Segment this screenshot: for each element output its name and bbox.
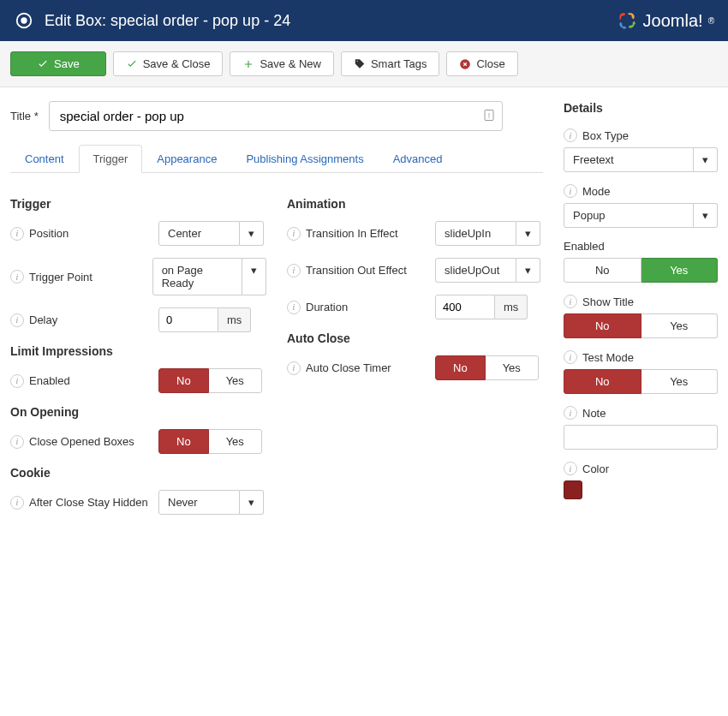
info-icon[interactable]: i (564, 128, 577, 142)
animation-heading: Animation (287, 197, 543, 211)
sidebar-column: Details i Box Type Freetext ▾ i Mode Pop… (564, 101, 718, 527)
transition-out-row: i Transition Out Effect slideUpOut ▾ (287, 258, 543, 283)
enabled-toggle[interactable]: No Yes (564, 258, 718, 283)
svg-text:!: ! (487, 110, 490, 119)
tab-appearance[interactable]: Appearance (142, 145, 231, 173)
tab-content[interactable]: Content (10, 145, 79, 173)
mode-row: i Mode Popup ▾ (564, 184, 718, 228)
info-icon[interactable]: i (10, 496, 24, 510)
form-col-left: Trigger i Position Center ▾ i Trigger Po… (10, 187, 266, 527)
on-opening-heading: On Opening (10, 405, 266, 419)
close-opened-toggle[interactable]: No Yes (158, 429, 262, 454)
tab-advanced[interactable]: Advanced (379, 145, 457, 173)
duration-input[interactable] (435, 295, 495, 319)
after-close-select[interactable]: Never ▾ (158, 490, 264, 515)
registered-icon: ® (708, 16, 714, 26)
color-label: Color (582, 462, 609, 475)
trigger-point-row: i Trigger Point on Page Ready ▾ (10, 258, 266, 295)
enabled-label: Enabled (564, 240, 605, 253)
close-button[interactable]: Close (446, 51, 517, 76)
caret-down-icon: ▾ (694, 203, 718, 228)
info-icon[interactable]: i (564, 184, 577, 198)
after-close-label: After Close Stay Hidden (29, 496, 148, 509)
caret-down-icon: ▾ (240, 490, 264, 515)
caret-down-icon: ▾ (240, 221, 264, 246)
close-circle-icon (459, 58, 471, 70)
mode-select[interactable]: Popup ▾ (564, 203, 718, 228)
box-type-select[interactable]: Freetext ▾ (564, 147, 718, 172)
target-icon (14, 10, 34, 31)
delay-input[interactable] (158, 307, 218, 332)
info-icon[interactable]: i (10, 227, 24, 241)
save-button[interactable]: Save (10, 51, 106, 76)
joomla-icon (616, 9, 638, 32)
transition-in-label: Transition In Effect (306, 227, 398, 240)
test-mode-toggle[interactable]: No Yes (564, 369, 718, 394)
info-icon[interactable]: i (10, 374, 24, 388)
info-icon[interactable]: i (10, 270, 24, 283)
info-icon[interactable]: i (287, 361, 301, 375)
header-left: Edit Box: special order - pop up - 24 (14, 10, 290, 31)
auto-close-timer-toggle[interactable]: No Yes (435, 355, 539, 380)
delay-label: Delay (29, 313, 57, 326)
show-title-row: i Show Title No Yes (564, 295, 718, 338)
tab-publishing[interactable]: Publishing Assignments (231, 145, 378, 173)
cookie-heading: Cookie (10, 466, 266, 480)
check-icon (37, 58, 49, 70)
smart-tags-button[interactable]: Smart Tags (341, 51, 440, 76)
tabs: Content Trigger Appearance Publishing As… (10, 145, 543, 173)
transition-in-row: i Transition In Effect slideUpIn ▾ (287, 221, 543, 246)
test-mode-label: Test Mode (582, 351, 634, 364)
show-title-label: Show Title (582, 295, 634, 308)
show-title-toggle[interactable]: No Yes (564, 313, 718, 338)
transition-out-select[interactable]: slideUpOut ▾ (435, 258, 540, 283)
details-heading: Details (564, 101, 718, 115)
caret-down-icon: ▾ (694, 147, 718, 172)
toolbar: Save Save & Close Save & New Smart Tags … (0, 41, 728, 87)
form-col-right: Animation i Transition In Effect slideUp… (287, 187, 543, 527)
auto-close-timer-label: Auto Close Timer (306, 361, 391, 374)
trigger-point-select[interactable]: on Page Ready ▾ (152, 258, 266, 295)
info-icon[interactable]: i (564, 350, 577, 364)
tab-trigger[interactable]: Trigger (79, 145, 143, 173)
transition-in-select[interactable]: slideUpIn ▾ (435, 221, 540, 246)
info-icon[interactable]: i (10, 435, 24, 449)
info-icon[interactable]: i (287, 301, 301, 314)
note-row: i Note (564, 406, 718, 450)
title-input[interactable] (49, 101, 503, 131)
note-label: Note (582, 407, 606, 420)
auto-close-timer-row: i Auto Close Timer No Yes (287, 355, 543, 380)
position-label: Position (29, 227, 69, 240)
delay-unit: ms (218, 307, 251, 332)
check-icon (126, 58, 138, 70)
position-select[interactable]: Center ▾ (158, 221, 264, 246)
info-icon[interactable]: i (287, 264, 301, 277)
color-swatch[interactable] (564, 480, 582, 499)
info-icon[interactable]: i (287, 227, 301, 241)
trigger-heading: Trigger (10, 197, 266, 211)
test-mode-row: i Test Mode No Yes (564, 350, 718, 394)
enabled-row: Enabled No Yes (564, 240, 718, 283)
caret-down-icon: ▾ (516, 258, 540, 283)
info-icon[interactable]: i (564, 462, 577, 475)
info-icon[interactable]: i (564, 406, 577, 420)
save-new-button[interactable]: Save & New (230, 51, 334, 76)
duration-label: Duration (306, 301, 348, 313)
info-icon[interactable]: i (10, 313, 24, 327)
header-bar: Edit Box: special order - pop up - 24 Jo… (0, 0, 728, 41)
limit-enabled-row: i Enabled No Yes (10, 368, 266, 393)
close-opened-label: Close Opened Boxes (29, 435, 134, 448)
delay-row: i Delay ms (10, 307, 266, 332)
save-close-button[interactable]: Save & Close (113, 51, 224, 76)
auto-close-heading: Auto Close (287, 331, 543, 345)
mode-label: Mode (582, 185, 611, 198)
content-area: Title * ! Content Trigger Appearance Pub… (0, 87, 728, 540)
page-title: Edit Box: special order - pop up - 24 (45, 12, 290, 30)
limit-enabled-toggle[interactable]: No Yes (158, 368, 262, 393)
close-opened-row: i Close Opened Boxes No Yes (10, 429, 266, 454)
info-icon[interactable]: i (564, 295, 577, 308)
after-close-row: i After Close Stay Hidden Never ▾ (10, 490, 266, 515)
note-input[interactable] (564, 425, 718, 450)
color-row: i Color (564, 462, 718, 499)
svg-point-1 (21, 18, 27, 23)
